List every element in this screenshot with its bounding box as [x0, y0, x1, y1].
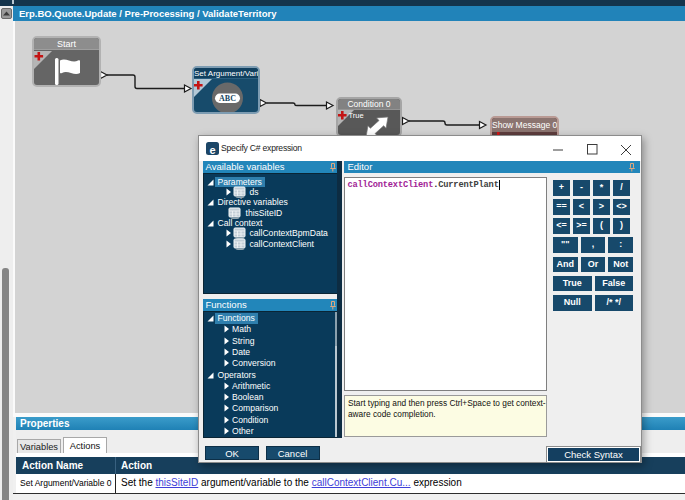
svg-text:ABC: ABC	[219, 94, 236, 103]
svg-text:e: e	[209, 144, 215, 156]
svg-text:True: True	[349, 111, 364, 120]
